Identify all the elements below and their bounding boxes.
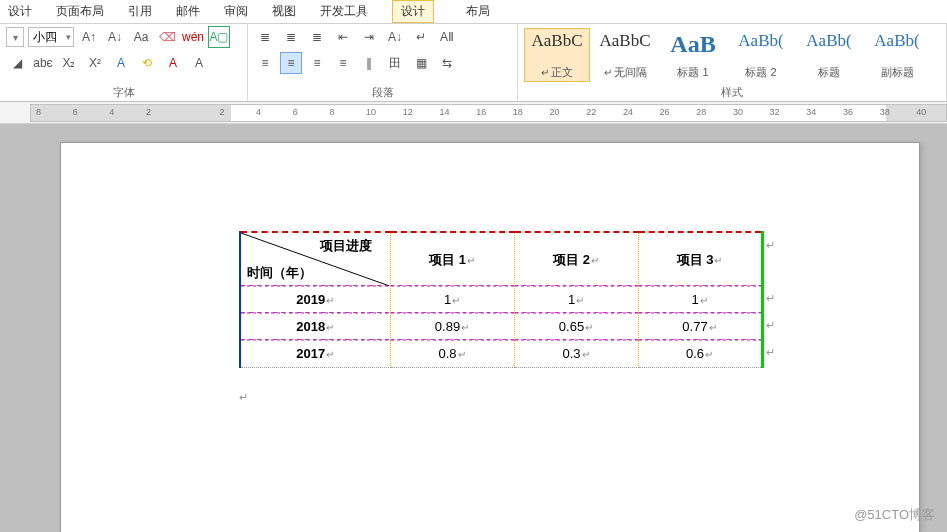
borders-button[interactable]: ▦ — [410, 52, 432, 74]
ruler-tick: 32 — [770, 107, 780, 117]
ruler-tick: 4 — [256, 107, 261, 117]
multilevel-button[interactable]: ≣ — [306, 26, 328, 48]
data-table[interactable]: 项目进度 时间（年） 项目 1↵ 项目 2↵ 项目 3↵↵ 2019↵ 1↵ 1… — [239, 231, 764, 368]
style-heading1[interactable]: AaB 标题 1 — [660, 28, 726, 82]
superscript-button[interactable]: X² — [84, 52, 106, 74]
ruler-tick: 8 — [329, 107, 334, 117]
phonetic-guide-button[interactable]: wén — [182, 26, 204, 48]
ruler-tick: 20 — [550, 107, 560, 117]
style-title[interactable]: AaBb( 标题 — [796, 28, 862, 82]
ribbon-group-styles: AaBbC ↵正文 AaBbC ↵无间隔 AaB 标题 1 AaBb( 标题 2… — [518, 24, 947, 101]
shrink-font-button[interactable]: A↓ — [104, 26, 126, 48]
align-right-button[interactable]: ≡ — [306, 52, 328, 74]
ruler-tick: 12 — [403, 107, 413, 117]
group-label-font: 字体 — [0, 85, 247, 100]
asian-layout-button[interactable]: AⅡ — [436, 26, 458, 48]
table-cell[interactable]: 0.6↵↵ — [638, 340, 762, 367]
row-label[interactable]: 2018↵ — [240, 313, 390, 340]
text-effects-button[interactable]: A — [110, 52, 132, 74]
italic-button[interactable]: ◢ — [6, 52, 28, 74]
menu-review[interactable]: 审阅 — [224, 3, 248, 20]
row-label[interactable]: 2017↵ — [240, 340, 390, 367]
col-header-2[interactable]: 项目 2↵ — [514, 232, 638, 286]
table-cell[interactable]: 0.8↵ — [390, 340, 514, 367]
menu-pagelayout[interactable]: 页面布局 — [56, 3, 104, 20]
ruler-tick: 38 — [880, 107, 890, 117]
subscript-button[interactable]: X₂ — [58, 52, 80, 74]
ruler-tick: 26 — [660, 107, 670, 117]
align-justify-button[interactable]: ≡ — [332, 52, 354, 74]
ruler-tick: 36 — [843, 107, 853, 117]
ruler-tick: 22 — [586, 107, 596, 117]
strikethrough-button[interactable]: abє — [32, 52, 54, 74]
table-cell[interactable]: 0.3↵ — [514, 340, 638, 367]
menu-bar: 设计 页面布局 引用 邮件 审阅 视图 开发工具 设计 布局 — [0, 0, 947, 24]
table-cell[interactable]: 0.77↵↵ — [638, 313, 762, 340]
sort-button[interactable]: A↓ — [384, 26, 406, 48]
numbering-button[interactable]: ≣ — [280, 26, 302, 48]
table-cell[interactable]: 0.89↵ — [390, 313, 514, 340]
ruler-tick: 6 — [293, 107, 298, 117]
shading-button[interactable]: 田 — [384, 52, 406, 74]
horizontal-ruler[interactable]: 8642246810121416182022242628303234363840 — [0, 102, 947, 124]
ribbon-group-font: ▾ 小四▾ A↑ A↓ Aa ⌫ wén A▢ ◢ abє X₂ X² A ⟲ … — [0, 24, 248, 101]
ruler-tick: 10 — [366, 107, 376, 117]
ruler-tick: 34 — [806, 107, 816, 117]
ruler-tick: 16 — [476, 107, 486, 117]
document-area: 项目进度 时间（年） 项目 1↵ 项目 2↵ 项目 3↵↵ 2019↵ 1↵ 1… — [0, 124, 947, 532]
ruler-tick: 30 — [733, 107, 743, 117]
table-cell[interactable]: 1↵↵ — [638, 286, 762, 313]
ruler-tick: 18 — [513, 107, 523, 117]
highlight-button[interactable]: ⟲ — [136, 52, 158, 74]
menu-mail[interactable]: 邮件 — [176, 3, 200, 20]
menu-design[interactable]: 设计 — [8, 3, 32, 20]
text-direction-button[interactable]: ⇆ — [436, 52, 458, 74]
col-header-3[interactable]: 项目 3↵↵ — [638, 232, 762, 286]
page[interactable]: 项目进度 时间（年） 项目 1↵ 项目 2↵ 项目 3↵↵ 2019↵ 1↵ 1… — [60, 142, 920, 532]
styles-gallery[interactable]: AaBbC ↵正文 AaBbC ↵无间隔 AaB 标题 1 AaBb( 标题 2… — [524, 26, 940, 82]
context-tab-design[interactable]: 设计 — [392, 0, 434, 23]
align-left-button[interactable]: ≡ — [254, 52, 276, 74]
group-label-styles: 样式 — [518, 85, 946, 100]
ruler-tick: 14 — [439, 107, 449, 117]
clear-format-button[interactable]: ⌫ — [156, 26, 178, 48]
ruler-tick: 24 — [623, 107, 633, 117]
bullets-button[interactable]: ≣ — [254, 26, 276, 48]
style-subtitle[interactable]: AaBb( 副标题 — [864, 28, 930, 82]
style-heading2[interactable]: AaBb( 标题 2 — [728, 28, 794, 82]
paragraph-mark-icon: ↵ — [239, 391, 248, 404]
ruler-tick: 4 — [109, 107, 114, 117]
style-normal[interactable]: AaBbC ↵正文 — [524, 28, 590, 82]
header-diagonal-cell[interactable]: 项目进度 时间（年） — [240, 232, 390, 286]
char-border-button[interactable]: A▢ — [208, 26, 230, 48]
style-nospacing[interactable]: AaBbC ↵无间隔 — [592, 28, 658, 82]
ruler-tick: 28 — [696, 107, 706, 117]
context-tab-layout[interactable]: 布局 — [458, 1, 498, 22]
ruler-tick: 8 — [36, 107, 41, 117]
align-center-button[interactable]: ≡ — [280, 52, 302, 74]
ribbon: ▾ 小四▾ A↑ A↓ Aa ⌫ wén A▢ ◢ abє X₂ X² A ⟲ … — [0, 24, 947, 102]
decrease-indent-button[interactable]: ⇤ — [332, 26, 354, 48]
row-label[interactable]: 2019↵ — [240, 286, 390, 313]
col-header-1[interactable]: 项目 1↵ — [390, 232, 514, 286]
grow-font-button[interactable]: A↑ — [78, 26, 100, 48]
ruler-tick: 6 — [73, 107, 78, 117]
group-label-paragraph: 段落 — [248, 85, 517, 100]
table-cell[interactable]: 1↵ — [390, 286, 514, 313]
menu-references[interactable]: 引用 — [128, 3, 152, 20]
menu-devtools[interactable]: 开发工具 — [320, 3, 368, 20]
table-cell[interactable]: 1↵ — [514, 286, 638, 313]
ruler-tick: 2 — [219, 107, 224, 117]
increase-indent-button[interactable]: ⇥ — [358, 26, 380, 48]
font-color-button[interactable]: A — [162, 52, 184, 74]
ruler-tick: 2 — [146, 107, 151, 117]
show-marks-button[interactable]: ↵ — [410, 26, 432, 48]
change-case-button[interactable]: Aa — [130, 26, 152, 48]
font-size-combo[interactable]: 小四▾ — [28, 27, 74, 47]
table-cell[interactable]: 0.65↵ — [514, 313, 638, 340]
ruler-tick: 40 — [916, 107, 926, 117]
menu-view[interactable]: 视图 — [272, 3, 296, 20]
char-shading-button[interactable]: A — [188, 52, 210, 74]
line-spacing-button[interactable]: ‖ — [358, 52, 380, 74]
watermark-text: @51CTO博客 — [854, 506, 935, 524]
